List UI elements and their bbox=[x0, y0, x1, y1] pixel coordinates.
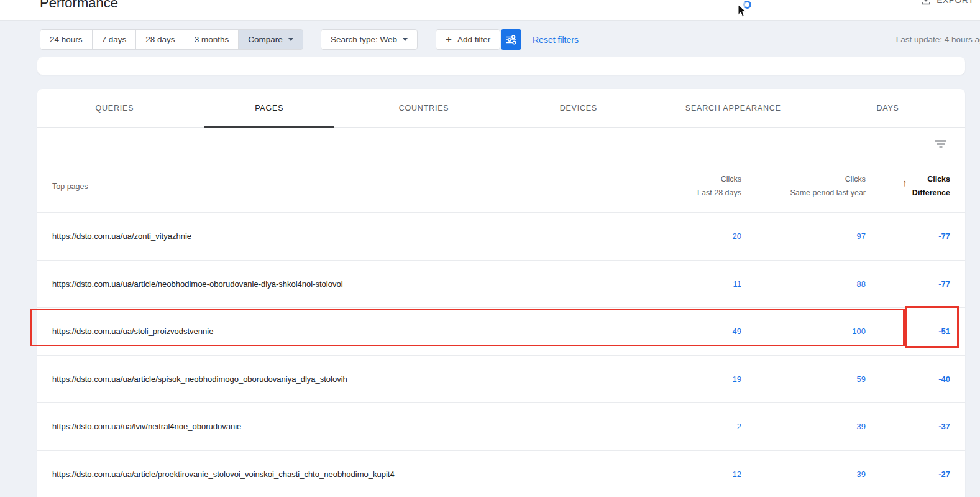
chevron-down-icon bbox=[403, 38, 408, 41]
page-url-link[interactable]: https://dsto.com.ua/ua/zonti_vityazhnie bbox=[52, 231, 617, 241]
column-header-line: Same period last year bbox=[741, 187, 866, 200]
tab-queries[interactable]: QUERIES bbox=[37, 89, 192, 127]
date-range-24-hours[interactable]: 24 hours bbox=[40, 29, 93, 50]
table-row[interactable]: https://dsto.com.ua/ua/article/spisok_ne… bbox=[37, 356, 965, 404]
table-row[interactable]: https://dsto.com.ua/ua/stoli_proizvodstv… bbox=[37, 308, 965, 356]
date-range-3-months[interactable]: 3 months bbox=[185, 29, 239, 50]
tune-filter-button[interactable] bbox=[501, 29, 521, 50]
column-header-top-pages: Top pages bbox=[52, 182, 617, 191]
export-label: EXPORT bbox=[936, 0, 974, 5]
clicks-difference-value: -37 bbox=[866, 422, 950, 431]
clicks-last-28-days-value: 12 bbox=[617, 470, 741, 479]
plus-icon bbox=[446, 34, 452, 45]
dimension-tabs: QUERIESPAGESCOUNTRIESDEVICESSEARCH APPEA… bbox=[37, 89, 965, 128]
tab-pages[interactable]: PAGES bbox=[192, 89, 347, 127]
page-url-link[interactable]: https://dsto.com.ua/ua/stoli_proizvodstv… bbox=[52, 327, 617, 336]
compare-label: Compare bbox=[248, 35, 283, 44]
export-button[interactable]: EXPORT bbox=[920, 0, 974, 6]
column-header-line: Difference bbox=[912, 187, 950, 200]
clicks-last-28-days-value: 11 bbox=[617, 279, 741, 289]
tab-days[interactable]: DAYS bbox=[810, 89, 965, 127]
clicks-same-period-value: 39 bbox=[741, 470, 866, 479]
column-header-line: Clicks bbox=[912, 173, 950, 186]
column-header-line: Clicks bbox=[741, 173, 866, 186]
search-type-label: Search type: Web bbox=[331, 35, 397, 44]
chart-card-edge bbox=[37, 57, 965, 75]
column-header-clicks-last-28-days[interactable]: Clicks Last 28 days bbox=[617, 173, 741, 200]
table-header-row: Top pages Clicks Last 28 days Clicks Sam… bbox=[37, 160, 965, 213]
page-title: Performance bbox=[40, 0, 118, 11]
tune-icon bbox=[506, 35, 516, 45]
clicks-last-28-days-value: 49 bbox=[617, 327, 741, 336]
reset-filters-link[interactable]: Reset filters bbox=[533, 35, 579, 45]
column-header-line: Clicks bbox=[617, 173, 741, 186]
clicks-same-period-value: 59 bbox=[741, 374, 866, 384]
page-url-link[interactable]: https://dsto.com.ua/ua/article/spisok_ne… bbox=[52, 374, 617, 384]
performance-table-card: QUERIESPAGESCOUNTRIESDEVICESSEARCH APPEA… bbox=[37, 89, 965, 497]
table-row[interactable]: https://dsto.com.ua/ua/zonti_vityazhnie2… bbox=[37, 213, 965, 261]
date-range-28-days[interactable]: 28 days bbox=[135, 29, 185, 50]
filter-bar-divider bbox=[308, 29, 308, 50]
clicks-difference-value: -51 bbox=[866, 327, 950, 336]
page-url-link[interactable]: https://dsto.com.ua/ua/lviv/neitral4noe_… bbox=[52, 422, 617, 431]
clicks-difference-value: -40 bbox=[866, 374, 950, 384]
search-type-dropdown[interactable]: Search type: Web bbox=[321, 29, 418, 50]
page-url-link[interactable]: https://dsto.com.ua/ua/article/neobhodim… bbox=[52, 279, 617, 289]
clicks-difference-value: -27 bbox=[866, 470, 950, 479]
clicks-last-28-days-value: 2 bbox=[617, 422, 741, 431]
download-icon bbox=[920, 0, 932, 6]
add-filter-button[interactable]: Add filter bbox=[436, 29, 500, 50]
table-row[interactable]: https://dsto.com.ua/ua/article/proektiro… bbox=[37, 451, 965, 497]
column-header-line: Last 28 days bbox=[617, 187, 741, 200]
table-toolbar bbox=[37, 128, 965, 160]
clicks-same-period-value: 39 bbox=[741, 422, 866, 431]
cursor-arrow-icon bbox=[738, 4, 746, 17]
tab-devices[interactable]: DEVICES bbox=[501, 89, 656, 127]
clicks-difference-value: -77 bbox=[866, 279, 950, 289]
table-row[interactable]: https://dsto.com.ua/ua/article/neobhodim… bbox=[37, 261, 965, 309]
clicks-last-28-days-value: 19 bbox=[617, 374, 741, 384]
add-filter-label: Add filter bbox=[457, 35, 490, 44]
compare-button[interactable]: Compare bbox=[238, 29, 303, 50]
clicks-same-period-value: 88 bbox=[741, 279, 866, 289]
last-update-text: Last update: 4 hours ago bbox=[896, 35, 980, 44]
page-url-link[interactable]: https://dsto.com.ua/ua/article/proektiro… bbox=[52, 470, 617, 479]
tab-search-appearance[interactable]: SEARCH APPEARANCE bbox=[656, 89, 810, 127]
column-header-clicks-difference[interactable]: ↑ Clicks Difference bbox=[866, 173, 950, 200]
date-range-7-days[interactable]: 7 days bbox=[92, 29, 137, 50]
clicks-same-period-value: 97 bbox=[741, 231, 866, 241]
table-row[interactable]: https://dsto.com.ua/ua/lviv/neitral4noe_… bbox=[37, 403, 965, 451]
table-body: https://dsto.com.ua/ua/zonti_vityazhnie2… bbox=[37, 213, 965, 497]
date-range-group: 24 hours7 days28 days3 months Compare bbox=[40, 29, 303, 50]
sort-ascending-icon: ↑ bbox=[902, 177, 907, 188]
filter-list-icon[interactable] bbox=[935, 140, 946, 148]
top-app-bar: Performance EXPORT bbox=[0, 0, 980, 21]
tab-countries[interactable]: COUNTRIES bbox=[347, 89, 501, 127]
clicks-difference-value: -77 bbox=[866, 231, 950, 241]
clicks-last-28-days-value: 20 bbox=[617, 231, 741, 241]
chevron-down-icon bbox=[288, 38, 293, 41]
clicks-same-period-value: 100 bbox=[741, 327, 866, 336]
column-header-clicks-same-period[interactable]: Clicks Same period last year bbox=[741, 173, 866, 200]
